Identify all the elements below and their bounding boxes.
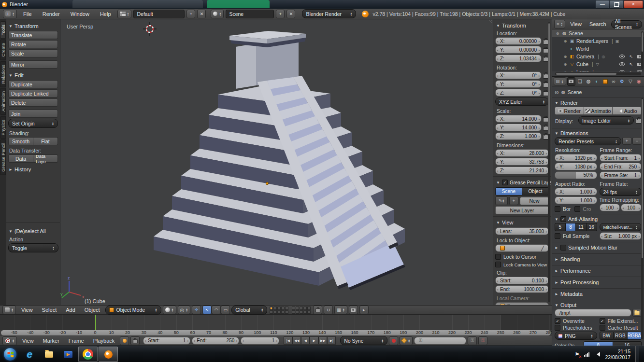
lock-to-object-field[interactable]: ╱ (495, 244, 549, 252)
gp-add-button[interactable]: + (509, 196, 518, 205)
overwrite-row[interactable]: ✓Overwrite (555, 318, 597, 324)
lock-to-cursor-row[interactable]: Lock to Cursor (495, 254, 549, 260)
delete-button[interactable]: Delete (8, 98, 58, 107)
selectability-cursor-icon[interactable]: ↖ (629, 54, 633, 59)
next-keyframe-button[interactable]: ▶▶ (318, 336, 327, 345)
translate-button[interactable]: Translate (8, 31, 58, 39)
add-scene-button[interactable]: + (276, 10, 285, 18)
duplicate-linked-button[interactable]: Duplicate Linked (8, 89, 58, 97)
location-z-field[interactable]: Z:1.03434 (495, 55, 542, 62)
network-signal-icon[interactable] (584, 352, 589, 357)
insert-keyframe-icon[interactable]: ⚿ (468, 336, 477, 345)
outliner-hscrollbar[interactable] (555, 72, 641, 75)
frame-rate-select[interactable]: 24 fps▲▼ (600, 188, 642, 196)
rotate-manipulator-icon[interactable]: ◠ (212, 306, 221, 314)
aspect-y-field[interactable]: Y:1.000 (555, 196, 597, 204)
collapse-icon[interactable]: ⊖ (555, 31, 560, 36)
expand-icon[interactable]: ⊕ (563, 55, 568, 59)
menu-playback[interactable]: Playback (89, 338, 119, 344)
rotation-mode-select[interactable]: XYZ Euler▲▼ (495, 97, 549, 106)
border-checkbox[interactable] (555, 206, 560, 212)
layer-grid-2[interactable] (292, 306, 311, 314)
color-rgb-button[interactable]: RGB (614, 332, 628, 340)
start-frame-field[interactable]: Start Fram:1 (600, 154, 642, 162)
aa-filter-select[interactable]: Mitchell-Netr...▲▼ (600, 223, 642, 231)
operator-panel-header[interactable]: ▼(De)select All (9, 228, 58, 234)
translate-manipulator-icon[interactable]: ↖ (202, 306, 212, 314)
show-desktop-button[interactable] (635, 346, 639, 362)
timeline-ruler-labels[interactable]: -50-40-30-20-100102030405060708090100110… (1, 330, 551, 335)
npanel-scrollbar[interactable] (548, 22, 550, 302)
performance-header[interactable]: ►Performance (555, 268, 642, 274)
tab-scene[interactable]: ◍ (585, 78, 592, 85)
tab-render-layers[interactable]: ❏ (576, 78, 584, 85)
eyedropper-icon[interactable]: ╱ (541, 246, 544, 251)
menu-marker[interactable]: Marker (39, 338, 63, 344)
history-panel-header[interactable]: ►History (9, 167, 57, 172)
tab-animation[interactable]: Animation (0, 88, 6, 115)
jump-to-start-button[interactable]: |◀ (284, 336, 292, 345)
border-row[interactable]: Bor (555, 206, 571, 212)
outliner-menu-search[interactable]: Search (587, 21, 609, 27)
resolution-y-field[interactable]: Y:1080 px (555, 163, 597, 170)
editor-type-timeline-button[interactable]: ▲▼ (2, 336, 17, 345)
full-sample-row[interactable]: Full Sample (555, 232, 597, 240)
clip-end-field[interactable]: End:1000.000 (495, 285, 549, 293)
color-rgba-button[interactable]: RGBA (628, 332, 642, 340)
grease-pencil-panel-header[interactable]: ▼✓Grease Pencil Layers (496, 180, 548, 185)
start-button[interactable] (1, 347, 19, 362)
action-select[interactable]: Toggle▲▼ (8, 243, 58, 252)
menu-file[interactable]: File (19, 11, 36, 17)
aspect-x-field[interactable]: X:1.000 (555, 188, 597, 195)
metadata-header[interactable]: ►Metadata (555, 291, 642, 297)
editor-type-outliner-button[interactable]: ≡▲▼ (554, 20, 565, 28)
file-extensions-row[interactable]: ✓File Extensi... (600, 318, 642, 324)
action-center-flag-icon[interactable]: ⚑ (575, 351, 580, 358)
pivot-select[interactable]: ◎▲▼ (178, 306, 191, 314)
menu-frame[interactable]: Frame (65, 338, 88, 344)
aa-size-field[interactable]: Siz:1.000 px (600, 232, 642, 240)
current-frame-field[interactable]: 1 (241, 337, 279, 345)
screen-layout-name[interactable]: Default (133, 10, 185, 18)
tab-material[interactable]: ◉ (635, 78, 643, 85)
delete-keyframe-icon[interactable]: ⚿ (478, 336, 487, 345)
tab-world[interactable]: ◐ (593, 78, 601, 85)
snap-element-select[interactable]: ▦▲▼ (334, 306, 347, 314)
tab-data[interactable]: ▽ (627, 78, 634, 85)
frame-start-field[interactable]: Start:1 (143, 337, 190, 345)
screen-layout-browse-button[interactable]: ▲▼ (117, 10, 132, 18)
pin-icon[interactable]: ⊙ (555, 89, 559, 95)
outliner-item-cube[interactable]: ⊕▽Cube|▽↖ (552, 60, 644, 68)
renderability-camera-icon[interactable] (637, 70, 642, 72)
delete-scene-button[interactable]: ✕ (286, 10, 295, 18)
editor-type-properties-button[interactable]: ▤▲▼ (554, 77, 566, 85)
dimension-z-field[interactable]: Z:21.240 (495, 167, 549, 174)
remap-old-field[interactable]: 100 (600, 204, 620, 211)
lock-to-scene-icon[interactable] (313, 306, 322, 314)
delete-layout-button[interactable]: ✕ (197, 10, 206, 18)
data-button[interactable]: Data (8, 154, 33, 163)
animation-button[interactable]: Animatio (584, 107, 613, 115)
outliner-scrollbar[interactable] (641, 31, 644, 69)
scene-browse-button[interactable]: ▲▼ (211, 10, 224, 18)
taskbar-chrome[interactable] (78, 347, 98, 362)
lock-camera-row[interactable]: Lock Camera to View (495, 262, 549, 267)
snap-magnet-icon[interactable]: ∪ (324, 306, 333, 314)
taskbar-media-player[interactable]: ▶ (59, 347, 77, 362)
render-presets-select[interactable]: Render Presets▲▼ (555, 137, 621, 145)
shade-flat-button[interactable]: Flat (33, 137, 58, 145)
menu-select[interactable]: Select (38, 307, 61, 313)
prev-keyframe-button[interactable]: ◀◀ (292, 336, 301, 345)
remove-preset-button[interactable]: − (632, 137, 642, 145)
editor-type-info-button[interactable]: i▲▼ (3, 10, 17, 18)
play-button[interactable]: ▶ (310, 336, 318, 345)
data-layout-button[interactable]: Data Layo (33, 154, 58, 163)
dimension-y-field[interactable]: Y:32.753 (495, 158, 549, 166)
aa-samples-16[interactable]: 16 (587, 223, 597, 231)
frame-end-field[interactable]: End:250 (192, 337, 239, 345)
edit-panel-header[interactable]: ▼Edit (9, 72, 57, 78)
aa-samples-5[interactable]: 5 (555, 223, 566, 231)
tab-tools[interactable]: Tools (0, 21, 6, 39)
cache-checkbox[interactable] (600, 325, 605, 331)
titlebar[interactable]: Blender — × (0, 0, 644, 9)
